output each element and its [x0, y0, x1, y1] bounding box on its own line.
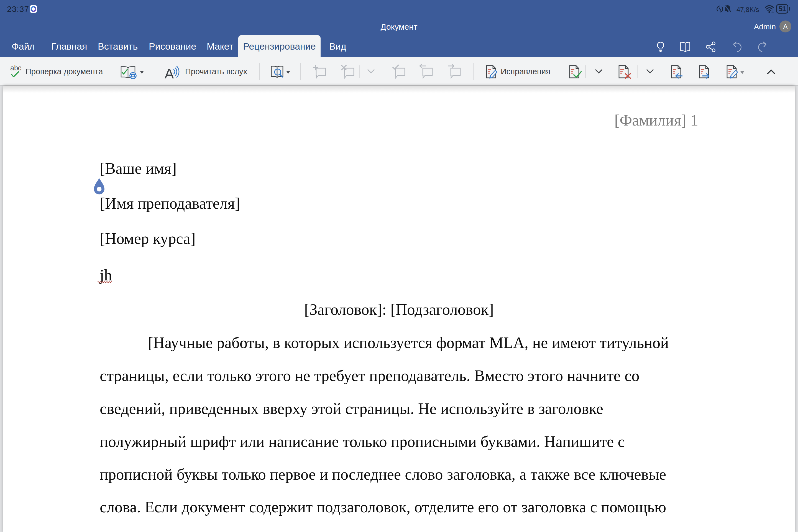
track-changes-icon[interactable] [486, 65, 498, 79]
search-dropdown-caret [286, 71, 290, 74]
avatar[interactable]: A [779, 20, 791, 33]
svg-text:abc: abc [10, 65, 21, 72]
doc-para-line-1[interactable]: [Научные работы, в которых используется … [148, 335, 669, 350]
resolve-comment-icon[interactable] [392, 64, 406, 79]
doc-para-line-2[interactable]: страницы, если только этого не требует п… [100, 368, 640, 383]
tab-view[interactable]: Вид [329, 41, 346, 51]
previous-comment-icon[interactable] [419, 64, 434, 79]
next-change-icon[interactable] [699, 65, 711, 79]
review-toolbar: abc Проверка документа A [0, 57, 798, 86]
read-aloud-icon[interactable]: A [165, 65, 179, 80]
notifications-off-icon [724, 5, 731, 13]
translate-dropdown-caret [140, 71, 144, 74]
doc-para-line-6[interactable]: слова. Если документ содержит подзаголов… [100, 499, 666, 515]
doc-line-jh[interactable]: jh [100, 267, 112, 283]
toolbar-separator [300, 63, 301, 80]
track-changes-label[interactable]: Исправления [501, 68, 550, 76]
status-right-icons: 47,8K/s 51 [0, 0, 798, 16]
doc-line-course[interactable]: [Номер курса] [100, 230, 196, 246]
redo-icon[interactable] [756, 40, 769, 53]
tab-file[interactable]: Файл [12, 41, 35, 51]
tab-draw[interactable]: Рисование [149, 41, 196, 51]
wifi-icon [765, 5, 775, 13]
reject-chevron-down-icon[interactable] [646, 69, 654, 74]
page-top-shadow [3, 86, 795, 93]
comments-chevron-down-icon[interactable] [367, 69, 375, 74]
delete-comment-icon[interactable] [341, 64, 356, 79]
text-cursor-handle-icon[interactable] [94, 178, 105, 195]
network-speed: 47,8K/s [737, 6, 759, 14]
read-mode-icon[interactable] [679, 40, 691, 53]
share-icon[interactable] [704, 40, 717, 53]
tab-insert[interactable]: Вставить [98, 41, 138, 51]
sync-icon [716, 5, 723, 13]
translate-book-globe-icon[interactable] [120, 66, 138, 80]
lightbulb-icon[interactable] [654, 40, 667, 53]
app-header: 23:37 [0, 0, 798, 57]
battery-nub [789, 7, 790, 11]
review-pen-caret [740, 71, 744, 74]
spellcheck-label[interactable]: Проверка документа [25, 68, 103, 76]
avatar-initial: A [783, 23, 787, 30]
battery-icon: 51 [776, 4, 788, 14]
tab-review[interactable]: Рецензирование [238, 35, 321, 57]
book-search-icon[interactable] [270, 65, 285, 80]
doc-para-line-5[interactable]: прописной буквы только первое и последне… [100, 466, 666, 482]
user-name[interactable]: Admin [754, 23, 776, 31]
toolbar-separator [585, 65, 586, 78]
toolbar-separator [473, 63, 474, 80]
toolbar-separator [637, 65, 638, 78]
tab-review-label: Рецензирование [243, 41, 316, 51]
word-app: 23:37 [0, 0, 798, 532]
document-title: Документ [0, 23, 798, 31]
doc-para-line-3[interactable]: сведений, приведенных вверху этой страни… [100, 401, 603, 416]
reject-change-icon[interactable] [618, 65, 631, 79]
tab-home[interactable]: Главная [51, 41, 87, 51]
tab-layout[interactable]: Макет [207, 41, 233, 51]
ribbon-tabs: Файл Главная Вставить Рисование Макет Ре… [0, 35, 798, 57]
next-comment-icon[interactable] [447, 64, 462, 79]
abc-spellcheck-icon[interactable]: abc [10, 65, 22, 79]
toolbar-separator [359, 65, 360, 78]
review-pen-icon[interactable] [726, 65, 739, 79]
document-area[interactable]: [Фамилия] 1 [Ваше имя] [Имя преподавател… [0, 86, 798, 532]
toolbar-separator [259, 63, 260, 80]
undo-icon[interactable] [731, 40, 743, 53]
svg-text:A: A [165, 66, 174, 80]
spellcheck-squiggle [97, 281, 113, 283]
previous-change-icon[interactable] [671, 65, 684, 79]
battery-percent: 51 [779, 5, 786, 13]
accept-chevron-down-icon[interactable] [595, 69, 602, 74]
doc-line-your-name[interactable]: [Ваше имя] [100, 160, 177, 176]
toolbar-separator [153, 63, 153, 80]
read-aloud-label[interactable]: Прочитать вслух [185, 68, 247, 76]
doc-title-line[interactable]: [Заголовок]: [Подзаголовок] [3, 302, 795, 317]
collapse-ribbon-icon[interactable] [767, 69, 775, 74]
doc-para-line-4[interactable]: полужирный шрифт или написание только пр… [100, 434, 625, 450]
new-comment-icon[interactable] [312, 64, 327, 79]
doc-line-instructor[interactable]: [Имя преподавателя] [100, 195, 240, 211]
accept-change-icon[interactable] [569, 65, 582, 79]
page-header-lastname[interactable]: [Фамилия] 1 [0, 112, 698, 128]
